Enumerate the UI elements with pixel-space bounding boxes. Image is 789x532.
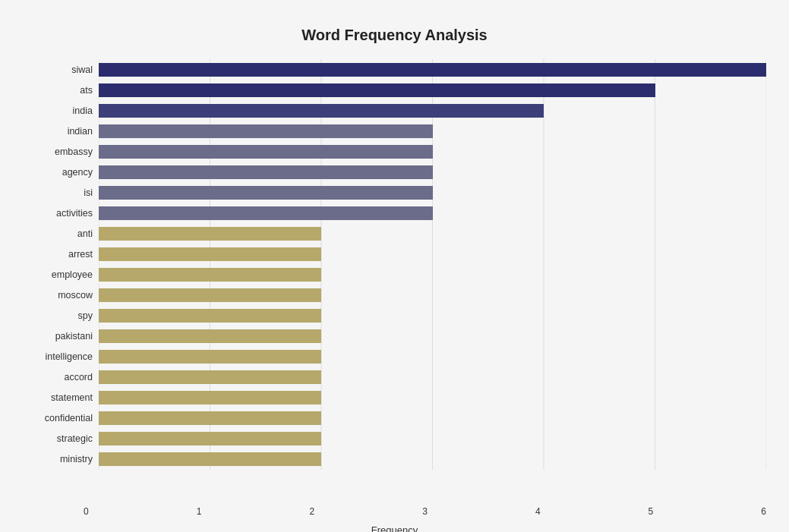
bar — [99, 288, 321, 302]
y-label: spy — [78, 307, 93, 324]
bar — [99, 350, 321, 364]
bar-row — [99, 287, 766, 304]
bar — [99, 186, 433, 200]
x-axis: 0123456 — [84, 506, 766, 517]
y-label: arrest — [68, 246, 93, 263]
bar — [99, 63, 766, 77]
y-label: moscow — [58, 287, 93, 304]
x-tick: 3 — [422, 506, 428, 517]
y-label: intelligence — [45, 348, 93, 365]
y-label: agency — [62, 164, 93, 181]
grid-lines — [99, 59, 766, 470]
bar — [99, 104, 544, 118]
bar — [99, 391, 321, 405]
y-label: confidential — [45, 410, 93, 427]
bar — [99, 411, 321, 425]
bar-row — [99, 266, 766, 283]
chart-container: Word Frequency Analysis siwalatsindiaind… — [8, 8, 781, 532]
x-tick: 4 — [535, 506, 541, 517]
chart-title: Word Frequency Analysis — [23, 23, 766, 44]
x-tick: 5 — [649, 506, 654, 517]
bar — [99, 370, 321, 384]
y-label: pakistani — [55, 328, 93, 345]
y-label: indian — [68, 123, 93, 140]
chart-area: siwalatsindiaindianembassyagencyisiactiv… — [23, 59, 766, 470]
bar-row — [99, 369, 766, 386]
y-label: accord — [64, 369, 93, 386]
y-label: ats — [80, 82, 93, 99]
bar — [99, 452, 321, 466]
y-label: embassy — [55, 143, 93, 160]
y-label: employee — [52, 266, 93, 283]
bar-row — [99, 246, 766, 263]
y-label: statement — [51, 389, 93, 406]
bar-row — [99, 451, 766, 467]
bar — [99, 165, 433, 179]
y-label: anti — [77, 225, 93, 242]
bar-row — [99, 123, 766, 140]
bar-row — [99, 410, 766, 427]
y-label: siwal — [71, 61, 93, 78]
bottom-section: 0123456 Frequency — [8, 494, 781, 532]
bar — [99, 83, 655, 97]
x-tick: 2 — [309, 506, 314, 517]
bar-row — [99, 82, 766, 99]
bar-row — [99, 143, 766, 160]
x-tick: 6 — [761, 506, 766, 517]
bar-row — [99, 307, 766, 324]
y-label: ministry — [60, 451, 93, 467]
y-axis: siwalatsindiaindianembassyagencyisiactiv… — [23, 59, 99, 470]
bar-row — [99, 328, 766, 345]
bar — [99, 329, 321, 343]
y-label: india — [73, 102, 93, 119]
x-axis-label: Frequency — [8, 524, 781, 532]
y-label: activities — [56, 205, 93, 222]
bar-row — [99, 430, 766, 447]
bar — [99, 247, 321, 261]
bar-row — [99, 348, 766, 365]
bar-row — [99, 164, 766, 181]
bar-row — [99, 225, 766, 242]
bar-row — [99, 61, 766, 78]
bar — [99, 145, 433, 159]
x-tick: 1 — [197, 506, 202, 517]
bar-row — [99, 389, 766, 406]
x-tick: 0 — [84, 506, 89, 517]
bar — [99, 432, 321, 445]
y-label: isi — [84, 184, 93, 201]
bar-row — [99, 184, 766, 201]
bar — [99, 124, 433, 138]
y-label: strategic — [57, 430, 93, 447]
bar — [99, 227, 321, 241]
bar — [99, 206, 433, 220]
bar — [99, 268, 321, 282]
plot-area — [99, 59, 766, 470]
bar-row — [99, 102, 766, 119]
bar — [99, 309, 321, 323]
bar-row — [99, 205, 766, 222]
